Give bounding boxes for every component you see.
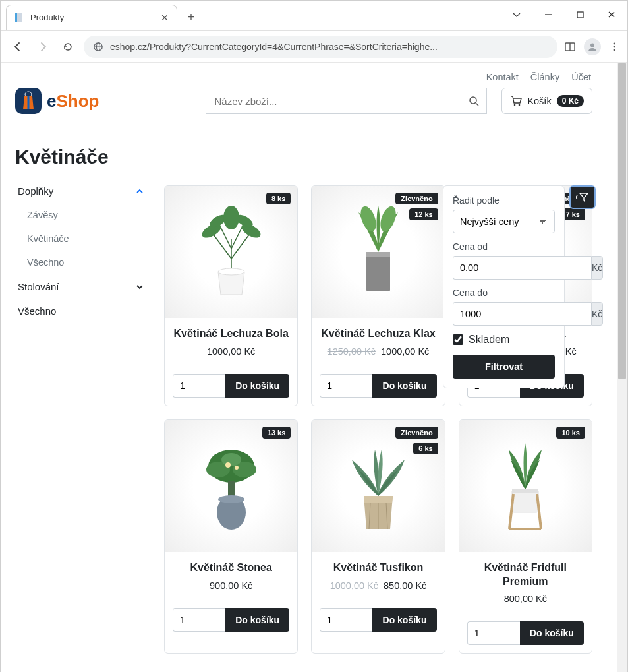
- add-to-cart-button[interactable]: Do košíku: [225, 374, 289, 398]
- product-image: 8 ks: [165, 186, 297, 318]
- svg-point-30: [358, 204, 379, 233]
- svg-point-10: [614, 42, 615, 44]
- add-to-cart-button[interactable]: Do košíku: [520, 621, 584, 645]
- quantity-input[interactable]: [467, 621, 520, 645]
- logo-icon: [15, 88, 42, 114]
- tab-favicon: [14, 13, 25, 23]
- svg-rect-33: [366, 252, 390, 257]
- url-text: eshop.cz/Produkty?CurrentCategoryId=4&Cu…: [110, 42, 548, 52]
- kebab-menu-icon[interactable]: [609, 42, 619, 52]
- sidebar-sub-kvetinace[interactable]: Květináče: [15, 227, 147, 251]
- cart-button[interactable]: Košík 0 Kč: [501, 88, 592, 114]
- add-to-cart-button[interactable]: Do košíku: [225, 608, 289, 632]
- nav-kontakt[interactable]: Kontakt: [486, 72, 519, 82]
- chevron-up-icon: [135, 187, 144, 196]
- svg-point-13: [25, 92, 32, 97]
- price: 900,00 Kč: [210, 580, 252, 591]
- svg-point-44: [235, 466, 239, 470]
- nav-ucet[interactable]: Účet: [571, 72, 591, 82]
- nav-clanky[interactable]: Články: [530, 72, 559, 82]
- filter-panel: Řadit podle Nejvyšší ceny Cena od Kč Cen…: [443, 185, 565, 388]
- browser-tab[interactable]: Produkty ✕: [6, 5, 177, 30]
- sidebar-sub-zavesy[interactable]: Závěsy: [15, 203, 147, 227]
- new-tab-button[interactable]: +: [181, 7, 201, 27]
- filter-apply-button[interactable]: Filtrovat: [453, 355, 555, 379]
- sidebar-cat-doplnky[interactable]: Doplňky: [15, 185, 147, 203]
- nav-forward-button[interactable]: [34, 38, 52, 56]
- window-caret-down-icon[interactable]: [505, 5, 528, 24]
- instock-checkbox[interactable]: Skladem: [453, 334, 555, 346]
- browser-titlebar: Produkty ✕ +: [1, 1, 627, 31]
- product-image: Zlevněno12 ks: [312, 186, 444, 318]
- panel-icon[interactable]: [564, 41, 576, 53]
- svg-point-11: [614, 46, 615, 47]
- svg-point-47: [218, 495, 244, 503]
- discount-badge: Zlevněno: [395, 193, 438, 204]
- quantity-input[interactable]: [320, 608, 372, 632]
- product-name: Květináč Stonea: [173, 561, 289, 575]
- svg-point-42: [221, 453, 241, 466]
- price-from-input[interactable]: [453, 256, 591, 280]
- product-image: 10 ks: [459, 420, 592, 552]
- url-field[interactable]: eshop.cz/Produkty?CurrentCategoryId=4&Cu…: [84, 36, 557, 58]
- price: 1000,00 Kč: [207, 346, 255, 357]
- discount-badge: Zlevněno: [395, 427, 438, 439]
- product-card[interactable]: Zlevněno6 ksKvětináč Tusfikon1000,00 Kč …: [311, 419, 445, 654]
- nav-reload-button[interactable]: [59, 38, 77, 56]
- svg-rect-14: [28, 96, 30, 109]
- search-icon: [469, 96, 479, 106]
- sort-select[interactable]: Nejvyšší ceny: [453, 210, 555, 233]
- svg-rect-32: [366, 252, 390, 291]
- product-image: 13 ks: [165, 420, 297, 552]
- window-close-icon[interactable]: [600, 5, 623, 24]
- top-nav: Kontakt Články Účet: [15, 63, 592, 82]
- quantity-input[interactable]: [320, 374, 372, 398]
- svg-point-18: [519, 104, 521, 106]
- price: 800,00 Kč: [504, 594, 547, 604]
- old-price: 1000,00 Kč: [330, 580, 378, 591]
- tab-title: Produkty: [30, 13, 156, 22]
- site-logo[interactable]: eShop: [15, 88, 99, 114]
- cart-amount-badge: 0 Kč: [557, 95, 584, 107]
- old-price: 1250,00 Kč: [328, 346, 376, 357]
- sidebar-sub-vsechno[interactable]: Všechno: [15, 251, 147, 274]
- svg-point-43: [225, 462, 231, 468]
- stock-badge: 8 ks: [266, 193, 291, 204]
- profile-avatar-icon[interactable]: [584, 38, 601, 55]
- window-maximize-icon[interactable]: [568, 5, 592, 24]
- price: 850,00 Kč: [384, 580, 426, 591]
- svg-line-21: [231, 232, 251, 259]
- svg-point-28: [223, 206, 239, 229]
- product-card[interactable]: 8 ksKvětináč Lechuza Bola1000,00 KčDo ko…: [164, 185, 298, 406]
- cart-label: Košík: [527, 96, 551, 106]
- svg-rect-52: [512, 489, 538, 493]
- price-from-label: Cena od: [453, 241, 555, 252]
- page-title: Květináče: [15, 146, 592, 168]
- quantity-input[interactable]: [173, 374, 225, 398]
- svg-rect-3: [577, 12, 583, 18]
- product-card[interactable]: Zlevněno12 ksKvětináč Lechuza Klax1250,0…: [311, 185, 445, 406]
- price-to-label: Cena do: [453, 288, 555, 298]
- svg-point-15: [470, 97, 476, 104]
- cart-icon: [510, 96, 522, 106]
- browser-address-bar: eshop.cz/Produkty?CurrentCategoryId=4&Cu…: [1, 31, 627, 63]
- quantity-input[interactable]: [173, 608, 225, 632]
- search-button[interactable]: [461, 88, 487, 114]
- add-to-cart-button[interactable]: Do košíku: [372, 608, 436, 632]
- price-to-input[interactable]: [453, 302, 591, 326]
- window-minimize-icon[interactable]: [536, 5, 560, 24]
- product-card[interactable]: 10 ksKvětináč Fridfull Premium800,00 KčD…: [459, 419, 592, 654]
- tab-close-icon[interactable]: ✕: [161, 13, 169, 23]
- sidebar-cat-stolovani[interactable]: Stolování: [15, 274, 147, 299]
- product-name: Květináč Lechuza Klax: [320, 327, 436, 341]
- page-scrollbar[interactable]: [617, 63, 627, 672]
- sidebar-all[interactable]: Všechno: [15, 299, 147, 323]
- search-input[interactable]: [206, 88, 461, 114]
- nav-back-button[interactable]: [9, 38, 27, 56]
- category-sidebar: Doplňky Závěsy Květináče Všechno Stolová…: [15, 185, 147, 323]
- add-to-cart-button[interactable]: Do košíku: [372, 374, 436, 398]
- svg-point-9: [590, 43, 594, 47]
- sort-label: Řadit podle: [453, 195, 555, 206]
- product-card[interactable]: 13 ksKvětináč Stonea900,00 KčDo košíku: [164, 419, 298, 654]
- filter-toggle-button[interactable]: [569, 185, 596, 209]
